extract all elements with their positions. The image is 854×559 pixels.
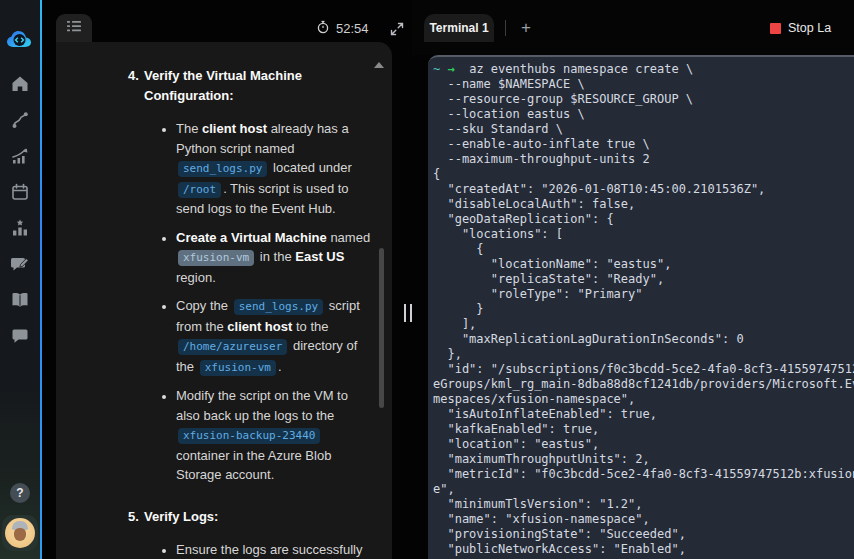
stop-lab-label: Stop La	[788, 21, 831, 35]
terminal-command: az eventhubs namespace create \	[469, 62, 693, 76]
terminal-tab-1[interactable]: Terminal 1	[424, 14, 494, 42]
timer-value: 52:54	[336, 21, 369, 36]
step-5-heading: 5. Verify Logs:	[128, 507, 368, 527]
step-4-bullets: The client host already has a Python scr…	[128, 119, 368, 485]
step-number: 5.	[128, 507, 144, 527]
list-item: Copy the send_logs.py script from the cl…	[176, 296, 372, 377]
step-4-heading: 4. Verify the Virtual Machine Configurat…	[128, 66, 368, 105]
step-title: Verify Logs:	[144, 507, 368, 527]
terminal-tabbar: Terminal 1 + Stop La	[412, 0, 854, 55]
stopwatch-icon	[316, 20, 330, 37]
sidebar-item-forum[interactable]	[8, 328, 32, 348]
lab-timer: 52:54	[316, 20, 369, 37]
panel-resize-handle[interactable]	[404, 304, 412, 322]
terminal-output-lines: --name $NAMESPACE \ --resource-group $RE…	[433, 77, 854, 556]
ranking-icon	[10, 218, 30, 242]
step-5-bullets: Ensure the logs are successfully sent to…	[128, 540, 368, 559]
help-icon[interactable]: ?	[10, 483, 30, 503]
tab-separator	[505, 20, 506, 36]
left-sidebar: ?	[0, 0, 40, 559]
sidebar-item-feedback[interactable]	[8, 256, 32, 276]
list-item: Create a Virtual Machine named xfusion-v…	[176, 228, 372, 288]
instructions-scrollbar[interactable]	[379, 248, 384, 408]
cloud-code-icon	[5, 27, 35, 55]
instructions-tab[interactable]	[56, 14, 92, 42]
list-item: Ensure the logs are successfully sent to…	[176, 540, 372, 559]
prompt-tilde: ~	[433, 62, 440, 76]
list-item: The client host already has a Python scr…	[176, 119, 372, 219]
sidebar-item-path[interactable]	[8, 112, 32, 132]
stop-lab-button[interactable]: Stop La	[770, 19, 854, 37]
app-window: ? 52:5	[0, 0, 854, 559]
home-icon	[10, 74, 30, 98]
instructions-panel: 4. Verify the Virtual Machine Configurat…	[56, 42, 392, 559]
book-icon	[10, 290, 30, 314]
growth-chart-icon	[10, 146, 30, 170]
calendar-icon	[10, 182, 30, 206]
instructions-content: 4. Verify the Virtual Machine Configurat…	[56, 42, 392, 559]
terminal-panel[interactable]: ~ → az eventhubs namespace create \ --na…	[428, 55, 854, 559]
route-icon	[10, 110, 30, 134]
sidebar-item-progress[interactable]	[8, 148, 32, 168]
stop-icon	[770, 23, 781, 34]
sidebar-item-lab-active[interactable]	[4, 26, 36, 56]
step-number: 4.	[128, 66, 144, 105]
sidebar-accent-divider	[40, 0, 42, 559]
terminal-output: ~ → az eventhubs namespace create \ --na…	[428, 57, 854, 557]
new-terminal-button[interactable]: +	[514, 14, 538, 42]
chat-edit-icon	[10, 254, 30, 278]
sidebar-item-leaderboard[interactable]	[8, 220, 32, 240]
scroll-up-icon[interactable]	[374, 62, 384, 68]
outline-list-icon	[66, 18, 82, 38]
forum-icon	[10, 326, 30, 350]
prompt-arrow-icon: →	[447, 62, 454, 76]
sidebar-item-home[interactable]	[8, 76, 32, 96]
sidebar-item-schedule[interactable]	[8, 184, 32, 204]
step-title: Verify the Virtual Machine Configuration…	[144, 66, 368, 105]
sidebar-item-docs[interactable]	[8, 292, 32, 312]
expand-panel-icon[interactable]	[390, 22, 404, 36]
user-avatar[interactable]	[2, 515, 38, 551]
list-item: Modify the script on the VM to also back…	[176, 386, 372, 485]
avatar-image	[5, 518, 35, 548]
